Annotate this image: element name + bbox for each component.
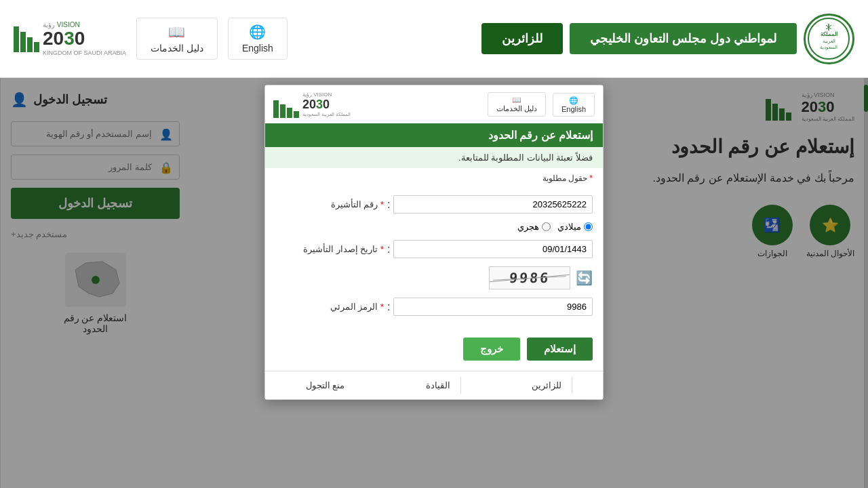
modal-buttons: إستعلام خروج (265, 331, 603, 371)
svg-text:السعودية: السعودية (820, 45, 837, 50)
visitors-btn[interactable]: للزائرين (481, 23, 563, 54)
modal-info-bar: فضلاً تعبئة البيانات المطلوبة للمتابعة. (265, 147, 603, 168)
modal-bottom-nav: للزائرين القيادة منع التجول (265, 371, 603, 399)
vision-2030-logo: رؤية VISION 2030 KINGDOM OF SAUDI ARABIA (14, 21, 126, 56)
svg-text:العربية: العربية (823, 39, 835, 44)
modal-top-nav: 🌐 English 📖 دليل الخدمات (488, 92, 595, 117)
visa-number-label: * رقم التأشيرة (275, 199, 384, 209)
english-lang-btn[interactable]: 🌐 English (228, 18, 288, 60)
hijri-label: هجري (517, 222, 539, 232)
main-area: رؤية VISION 2030 المملكة العربية السعودي… (0, 78, 868, 488)
modal-bars-icon (273, 91, 299, 118)
visa-number-row: : * رقم التأشيرة (275, 195, 593, 214)
hijri-radio[interactable] (542, 222, 551, 231)
logo: المملكة العربية السعودية (804, 14, 854, 64)
date-input[interactable] (393, 240, 593, 258)
header-right: 🌐 English 📖 دليل الخدمات رؤية VISION 203… (14, 18, 288, 60)
book-icon: 📖 (168, 24, 185, 40)
modal-globe-icon: 🌐 (569, 96, 578, 105)
modal-services-btn[interactable]: 📖 دليل الخدمات (488, 92, 546, 117)
nav-visitors-item[interactable]: للزائرين (521, 377, 572, 394)
captcha-refresh-btn[interactable]: 🔄 (576, 270, 593, 286)
modal-title: إستعلام عن رقم الحدود (488, 129, 593, 141)
header-left: المملكة العربية السعودية لمواطني دول مجل… (481, 14, 854, 64)
date-radio-group: ميلادي هجري (275, 222, 593, 232)
hijri-radio-label[interactable]: هجري (517, 222, 551, 232)
captcha-input[interactable] (393, 298, 593, 316)
inquiry-btn[interactable]: إستعلام (527, 338, 593, 361)
date-label: * تاريخ إصدار التأشيرة (275, 244, 384, 254)
required-note: * حقول مطلوبة (265, 168, 603, 188)
miladi-radio-label[interactable]: ميلادي (557, 222, 593, 232)
gcc-btn[interactable]: لمواطني دول مجلس التعاون الخليجي (570, 23, 797, 54)
modal-book-icon: 📖 (512, 96, 521, 104)
top-header: المملكة العربية السعودية لمواطني دول مجل… (0, 0, 868, 78)
captcha-image: 9986 (489, 266, 570, 289)
visa-number-input[interactable] (393, 195, 593, 214)
miladi-radio[interactable] (584, 222, 593, 231)
captcha-row: 🔄 9986 (275, 266, 593, 289)
modal-dialog: 🌐 English 📖 دليل الخدمات رؤية VISION 203… (264, 85, 604, 400)
captcha-input-row: : * الرمز المرئي (275, 298, 593, 316)
modal-info-text: فضلاً تعبئة البيانات المطلوبة للمتابعة. (458, 152, 593, 163)
date-row: : * تاريخ إصدار التأشيرة (275, 240, 593, 258)
form-body: : * رقم التأشيرة ميلادي هجري (265, 188, 603, 331)
nav-buttons: لمواطني دول مجلس التعاون الخليجي للزائري… (481, 23, 797, 54)
modal-lang-label: English (561, 105, 586, 113)
modal-vision-logo: رؤية VISION 2030 المملكة العربية السعودي… (273, 91, 351, 118)
date-type-row: ميلادي هجري (275, 222, 593, 232)
modal-header-bar: 🌐 English 📖 دليل الخدمات رؤية VISION 203… (265, 85, 603, 123)
modal-english-btn[interactable]: 🌐 English (553, 93, 595, 117)
modal-services-label: دليل الخدمات (496, 104, 537, 113)
nav-driving-item[interactable]: القيادة (416, 377, 461, 394)
kingdom-label: KINGDOM OF SAUDI ARABIA (43, 49, 126, 56)
miladi-label: ميلادي (557, 222, 581, 232)
exit-btn[interactable]: خروج (463, 338, 520, 361)
services-label: دليل الخدمات (151, 43, 203, 54)
bars-chart-icon (14, 25, 39, 52)
services-guide-btn[interactable]: 📖 دليل الخدمات (136, 18, 218, 60)
lang-label: English (242, 43, 273, 54)
vision-2030-text-area: رؤية VISION 2030 KINGDOM OF SAUDI ARABIA (14, 21, 126, 56)
globe-icon: 🌐 (249, 24, 266, 40)
captcha-label: * الرمز المرئي (275, 302, 384, 312)
svg-text:المملكة: المملكة (821, 31, 837, 37)
modal-title-bar: إستعلام عن رقم الحدود (265, 123, 603, 147)
nav-travel-ban-item[interactable]: منع التجول (296, 377, 355, 394)
required-text: حقول مطلوبة (542, 174, 587, 183)
